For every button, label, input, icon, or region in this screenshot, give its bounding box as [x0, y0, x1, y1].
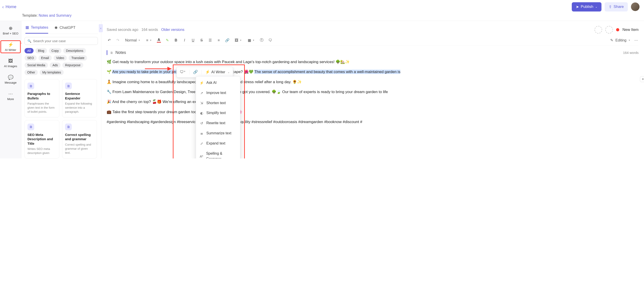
add-comment-button[interactable]: 🗨⁺: [178, 68, 187, 76]
filter-tag-copy[interactable]: Copy: [49, 48, 62, 53]
paragraph[interactable]: 🔧 From Lawn Maintenance to Garden Design…: [107, 89, 638, 95]
paragraph[interactable]: 🎉 And the cherry on top? 🍒🎁 We're offeri…: [107, 99, 638, 105]
bold-button[interactable]: B: [174, 38, 178, 42]
rail-label: Brief + SEO: [3, 32, 18, 35]
add-collaborator-button[interactable]: [594, 26, 602, 34]
paragraph[interactable]: 🧘 Imagine coming home to a beautifully l…: [107, 79, 638, 85]
new-item-label[interactable]: New Item: [622, 28, 638, 32]
dots-icon: ⋯: [8, 91, 13, 96]
status-dot-icon: [616, 28, 619, 31]
menu-item-label: Spelling & Grammar: [206, 151, 236, 159]
template-card[interactable]: 🗎Correct spelling and grammarCorrect spe…: [62, 120, 97, 159]
rail-message[interactable]: 💬 Message: [1, 73, 20, 86]
text: 🌱: [107, 70, 112, 74]
document-icon: 🗎: [28, 123, 34, 130]
card-desc: Correct spelling and grammar of given te…: [65, 143, 94, 155]
filter-tag-descriptions[interactable]: Descriptions: [63, 48, 86, 53]
older-versions-link[interactable]: Older versions: [161, 28, 184, 32]
filter-tag-ads[interactable]: Ads: [50, 62, 60, 68]
menu-item-label: Simplify text: [206, 110, 226, 116]
add-block-button[interactable]: +: [640, 76, 644, 82]
align-select[interactable]: ≡▾: [145, 38, 153, 43]
redo-button[interactable]: ↷: [115, 38, 120, 42]
comment-button[interactable]: 🗨: [268, 38, 273, 42]
document-icon: 🗎: [65, 82, 72, 89]
insert-image-select[interactable]: 🖼▾: [233, 38, 243, 43]
numbered-list-button[interactable]: ≡: [216, 38, 221, 42]
ai-menu-summarize-text[interactable]: ≣Summarize text: [196, 128, 240, 138]
menu-item-icon: ⇲: [200, 100, 204, 105]
editing-mode-select[interactable]: ✎ Editing ▾: [610, 38, 630, 42]
filter-tag-other[interactable]: Other: [24, 70, 38, 75]
template-card[interactable]: 🗎Paragraphs to BulletsParaphrases the gi…: [24, 79, 60, 117]
notes-icon: 🗎: [110, 51, 113, 55]
ai-menu-simplify-text[interactable]: ◐Simplify text: [196, 108, 240, 118]
home-link[interactable]: Home: [6, 5, 16, 9]
undo-button[interactable]: ↶: [107, 38, 112, 42]
ai-writer-bubble-button[interactable]: ⚡ AI Writer ⌄: [204, 68, 231, 76]
chatgpt-icon: ✺: [54, 26, 58, 30]
add-attachment-button[interactable]: [605, 26, 613, 34]
template-card[interactable]: 🗎SEO Meta Description and TitleWrites SE…: [24, 120, 60, 159]
rail-label: Message: [5, 81, 17, 84]
filter-tag-all[interactable]: All: [24, 48, 34, 53]
rail-ai-writer[interactable]: ⚡ AI Writer: [1, 41, 20, 53]
text-color-icon: A: [157, 38, 161, 43]
filter-tag-blog[interactable]: Blog: [35, 48, 47, 53]
paragraph[interactable]: 🌿 Get ready to transform your outdoor sp…: [107, 59, 638, 65]
saved-status: Saved seconds ago: [107, 28, 138, 32]
table-icon: ▦: [248, 38, 251, 42]
highlight-button[interactable]: ✎: [165, 38, 170, 42]
ai-menu-expand-text[interactable]: ⤢Expand text: [196, 138, 240, 148]
template-name-link[interactable]: Notes and Summary: [39, 14, 72, 17]
card-title: Sentence Expander: [65, 91, 94, 100]
filter-tag-repurpose[interactable]: Repurpose: [62, 62, 83, 68]
chevron-down-icon: ▾: [240, 39, 242, 42]
document-content[interactable]: 🌿 Get ready to transform your outdoor sp…: [107, 59, 638, 125]
filter-tag-video[interactable]: Video: [54, 55, 67, 61]
align-left-icon: ≡: [146, 38, 148, 42]
selected-text[interactable]: The sense of accomplishment and beauty t…: [254, 70, 400, 74]
rail-more[interactable]: ⋯ More: [1, 90, 20, 102]
ai-menu-shorten-text[interactable]: ⇲Shorten text: [196, 98, 240, 108]
clear-format-button[interactable]: Ⓣ: [259, 38, 264, 43]
share-button[interactable]: ⇧ Share: [604, 2, 628, 12]
ai-menu-ask-ai[interactable]: ⚡Ask AI: [196, 78, 240, 88]
strikethrough-button[interactable]: S: [199, 38, 204, 42]
insert-link-button[interactable]: 🔗: [192, 68, 199, 76]
bulleted-list-button[interactable]: ☰: [208, 38, 213, 42]
publish-button[interactable]: ➤ Publish ⌄: [572, 2, 602, 12]
italic-button[interactable]: I: [182, 38, 187, 42]
back-chevron-icon[interactable]: ‹: [2, 4, 4, 10]
insert-table-select[interactable]: ▦▾: [246, 38, 256, 43]
search-input[interactable]: [33, 39, 95, 43]
comment-plus-icon: 🗨⁺: [180, 69, 186, 75]
ai-menu-spelling-grammar[interactable]: AᵇSpelling & Grammar: [196, 148, 240, 159]
template-card[interactable]: 🗎Sentence ExpanderExpand the following s…: [62, 79, 97, 117]
rail-brief-seo[interactable]: ⊕ Brief + SEO: [1, 24, 20, 37]
chevron-down-icon: ▾: [629, 39, 630, 42]
filter-tag-email[interactable]: Email: [38, 55, 52, 61]
paragraph[interactable]: 💼 Take the first step towards your dream…: [107, 109, 638, 115]
rail-ai-images[interactable]: 🖼 AI Images: [1, 57, 20, 69]
ai-menu-improve-text[interactable]: ↗Improve text: [196, 88, 240, 98]
collapse-panel-button[interactable]: ‹: [99, 24, 103, 32]
search-box[interactable]: 🔍: [24, 37, 98, 45]
avatar[interactable]: [631, 3, 640, 11]
more-toolbar-button[interactable]: ⋯: [634, 38, 638, 42]
text-color-button[interactable]: A: [156, 38, 161, 43]
ai-menu-rewrite-text[interactable]: ↺Rewrite text: [196, 118, 240, 128]
underline-button[interactable]: U: [190, 38, 196, 42]
tab-chatgpt[interactable]: ✺ ChatGPT: [54, 25, 76, 34]
paragraph[interactable]: #gardening #landscaping #gardendesign #t…: [107, 119, 638, 125]
link-button[interactable]: 🔗: [225, 38, 230, 42]
filter-tag-my-templates[interactable]: My templates: [40, 70, 64, 75]
filter-tag-seo[interactable]: SEO: [24, 55, 37, 61]
image-icon: 🖼: [235, 38, 238, 42]
filter-tag-social-media[interactable]: Social Media: [24, 62, 48, 68]
tab-templates[interactable]: ▦ Templates: [26, 25, 48, 34]
ai-writer-label: AI Writer: [211, 69, 225, 75]
filter-tag-translate[interactable]: Translate: [69, 55, 87, 61]
card-title: SEO Meta Description and Title: [28, 132, 56, 146]
paragraph-style-select[interactable]: Normal ▾: [124, 38, 141, 43]
